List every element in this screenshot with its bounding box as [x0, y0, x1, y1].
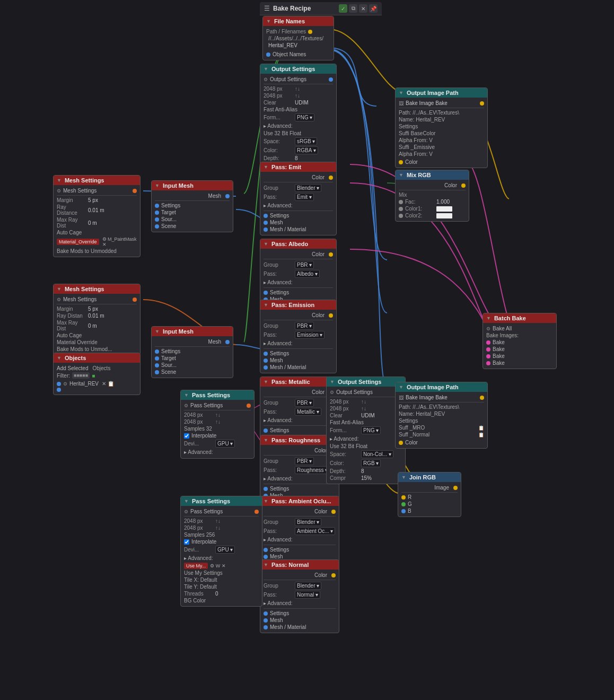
- mesh-settings-header-1: ▼ Mesh Settings: [54, 176, 140, 185]
- pass-settings-header-2: ▼ Pass Settings: [181, 496, 262, 506]
- out-socket: [133, 189, 137, 193]
- file-names-node: ▼ File Names Path / Filenames //../Asset…: [262, 16, 334, 60]
- menu-icon: ☰: [264, 5, 270, 12]
- mesh-out-socket: [225, 194, 230, 198]
- pass-settings-node-2: ▼ Pass Settings ⚙ Pass Settings 2048 px↑…: [180, 496, 262, 607]
- color2-socket: [399, 214, 403, 218]
- color1-socket: [399, 207, 403, 211]
- input-mesh-header-2: ▼ Input Mesh: [152, 327, 233, 336]
- input-mesh-node-2: ▼ Input Mesh Mesh Settings Target Sour..…: [151, 326, 233, 378]
- pass-emission-node: ▼ Pass: Emission Color GroupPBR ▾ Pass:E…: [260, 300, 337, 373]
- pass-normal-node: ▼ Pass: Normal Color GroupBlender ▾ Pass…: [260, 559, 339, 633]
- obj-names-socket: [266, 52, 270, 57]
- pass-ao-node: ▼ Pass: Ambient Oclu... Color GroupBlend…: [260, 496, 339, 570]
- pass-settings-header-1: ▼ Pass Settings: [181, 390, 254, 400]
- output-socket: [308, 30, 312, 34]
- pass-settings-node-1: ▼ Pass Settings ⚙ Pass Settings 2048 px↑…: [180, 390, 255, 459]
- pin-button[interactable]: 📌: [369, 4, 378, 13]
- join-rgb-node: ▼ Join RGB Image R G B: [398, 472, 461, 517]
- input-mesh-header-1: ▼ Input Mesh: [152, 181, 233, 190]
- mesh-settings-node-2: ▼ Mesh Settings ⚙ Mesh Settings Margin5 …: [53, 284, 141, 355]
- output-settings-header-1: ▼ Output Settings: [260, 64, 336, 74]
- settings-socket: [155, 204, 159, 208]
- output-image-path-node-2: ▼ Output Image Path 🖼 Bake Image Bake Pa…: [395, 382, 488, 449]
- pass-normal-header: ▼ Pass: Normal: [260, 560, 339, 570]
- mesh-out-socket: [225, 340, 230, 344]
- mix-rgb-header: ▼ Mix RGB: [396, 170, 469, 180]
- pass-emit-header: ▼ Pass: Emit: [260, 162, 336, 172]
- output-image-path-node-1: ▼ Output Image Path 🖼 Bake Image Bake Pa…: [395, 88, 488, 168]
- color-out: [329, 176, 333, 180]
- out-socket: [329, 77, 333, 82]
- output-image-path-header-1: ▼ Output Image Path: [396, 88, 487, 98]
- confirm-button[interactable]: ✓: [339, 4, 347, 13]
- output-image-path-header-2: ▼ Output Image Path: [396, 382, 487, 392]
- target-socket: [155, 211, 159, 215]
- scene-socket: [155, 224, 159, 229]
- out-socket: [133, 298, 137, 302]
- join-rgb-header: ▼ Join RGB: [398, 472, 461, 482]
- output-settings-node-1: ▼ Output Settings ⚙ Output Settings 2048…: [260, 64, 337, 171]
- output-settings-header-2: ▼ Output Settings: [327, 377, 405, 387]
- pass-ao-header: ▼ Pass: Ambient Oclu...: [260, 496, 339, 506]
- mix-rgb-node: ▼ Mix RGB Color Mix Fac: 1.000 Color1: C…: [395, 170, 469, 222]
- source-socket: [155, 217, 159, 222]
- out-socket: [480, 101, 484, 106]
- batch-bake-header: ▼ Batch Bake: [483, 313, 556, 323]
- file-names-header: ▼ File Names: [263, 16, 334, 26]
- pass-metallic-header: ▼ Pass: Metallic: [260, 377, 336, 387]
- output-settings-node-2: ▼ Output Settings ⚙ Output Settings 2048…: [326, 377, 406, 484]
- pass-albedo-header: ▼ Pass: Albedo: [260, 239, 336, 249]
- input-mesh-node-1: ▼ Input Mesh Mesh Settings Target Sour..…: [151, 180, 233, 232]
- mesh-settings-header-2: ▼ Mesh Settings: [54, 284, 140, 294]
- objects-node: ▼ Objects Add Selected Objects Filter: ■…: [53, 353, 141, 395]
- mesh-settings-node-1: ▼ Mesh Settings ⚙ Mesh Settings Margin5 …: [53, 175, 141, 257]
- out-socket: [461, 183, 466, 188]
- batch-bake-node: ▼ Batch Bake ⚙ Bake All Bake Images: Bak…: [483, 313, 557, 369]
- title-bar: ☰ Bake Recipe ✓ ⧉ ✕ 📌: [260, 2, 382, 15]
- window-title: Bake Recipe: [273, 5, 337, 12]
- fac-socket: [399, 200, 403, 204]
- color-socket: [399, 160, 403, 164]
- pass-emit-node: ▼ Pass: Emit Color GroupBlender ▾ Pass:E…: [260, 162, 337, 235]
- close-button[interactable]: ✕: [359, 4, 367, 13]
- copy-button[interactable]: ⧉: [349, 4, 357, 13]
- pass-emission-header: ▼ Pass: Emission: [260, 300, 336, 310]
- objects-header: ▼ Objects: [54, 353, 140, 363]
